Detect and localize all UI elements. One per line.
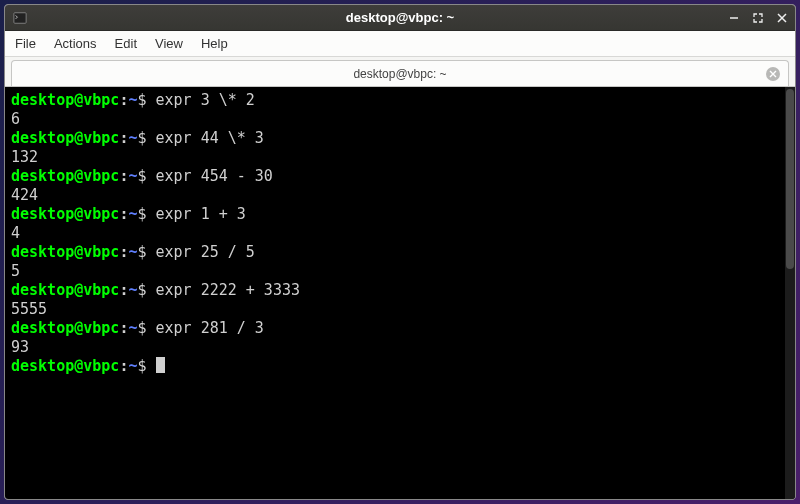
- minimize-icon: [729, 13, 739, 23]
- scroll-thumb[interactable]: [786, 89, 794, 269]
- titlebar[interactable]: desktop@vbpc: ~: [5, 5, 795, 31]
- tab-terminal[interactable]: desktop@vbpc: ~: [11, 60, 789, 86]
- menu-file[interactable]: File: [15, 36, 36, 51]
- svg-rect-0: [14, 12, 26, 23]
- close-icon: [769, 70, 777, 78]
- tab-close-button[interactable]: [766, 67, 780, 81]
- window-controls: [727, 11, 789, 25]
- maximize-icon: [753, 13, 763, 23]
- terminal-area: desktop@vbpc:~$ expr 3 \* 26desktop@vbpc…: [5, 87, 795, 499]
- window-title: desktop@vbpc: ~: [346, 10, 454, 25]
- menu-view[interactable]: View: [155, 36, 183, 51]
- cursor: [156, 357, 165, 373]
- maximize-button[interactable]: [751, 11, 765, 25]
- terminal-app-icon: [13, 11, 27, 25]
- menu-actions[interactable]: Actions: [54, 36, 97, 51]
- scrollbar[interactable]: [785, 87, 795, 499]
- terminal-output[interactable]: desktop@vbpc:~$ expr 3 \* 26desktop@vbpc…: [5, 87, 785, 499]
- minimize-button[interactable]: [727, 11, 741, 25]
- terminal-window: desktop@vbpc: ~ File Actions Edit View H…: [4, 4, 796, 500]
- menubar: File Actions Edit View Help: [5, 31, 795, 57]
- menu-edit[interactable]: Edit: [115, 36, 137, 51]
- tab-label: desktop@vbpc: ~: [353, 67, 446, 81]
- close-button[interactable]: [775, 11, 789, 25]
- menu-help[interactable]: Help: [201, 36, 228, 51]
- close-icon: [777, 13, 787, 23]
- tabbar: desktop@vbpc: ~: [5, 57, 795, 87]
